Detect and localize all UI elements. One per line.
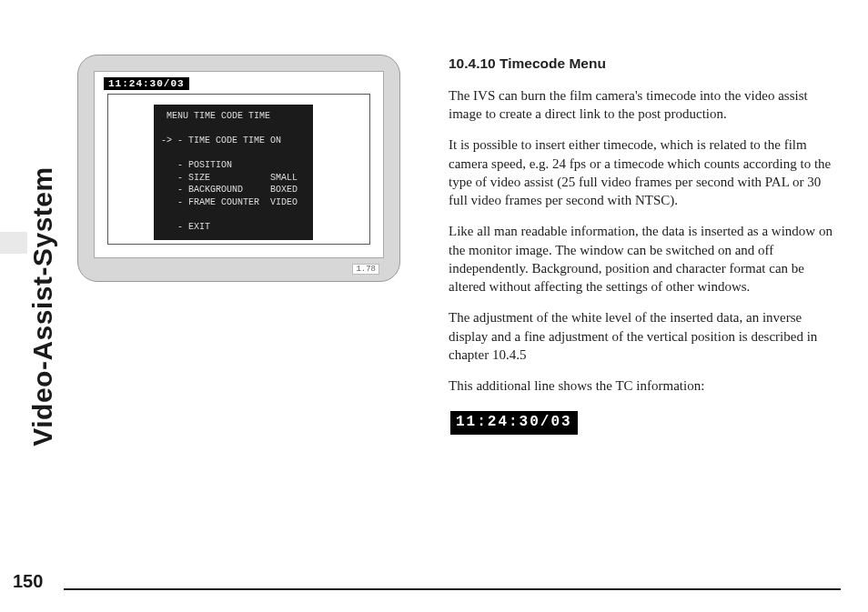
paragraph: Like all man readable information, the d… xyxy=(449,222,836,296)
monitor-frame: 11:24:30/03 MENU TIME CODE TIME -> - TIM… xyxy=(77,55,400,282)
figure-column: 11:24:30/03 MENU TIME CODE TIME -> - TIM… xyxy=(77,55,412,557)
monitor-screen: 11:24:30/03 MENU TIME CODE TIME -> - TIM… xyxy=(94,71,384,258)
footer-rule xyxy=(64,588,841,590)
section-heading: 10.4.10 Timecode Menu xyxy=(449,55,836,74)
menu-row-position: - POSITION xyxy=(161,160,232,170)
menu-title: MENU TIME CODE TIME xyxy=(161,111,270,121)
timecode-overlay: 11:24:30/03 xyxy=(104,77,189,90)
paragraph: The IVS can burn the film camera's timec… xyxy=(449,86,836,124)
osd-menu-panel: MENU TIME CODE TIME -> - TIME CODE TIME … xyxy=(154,105,313,240)
paragraph: The adjustment of the white level of the… xyxy=(449,308,836,364)
page-content: 11:24:30/03 MENU TIME CODE TIME -> - TIM… xyxy=(77,55,836,557)
menu-row-timecode: -> - TIME CODE TIME ON xyxy=(161,135,281,145)
menu-row-exit: - EXIT xyxy=(161,222,210,232)
timecode-example: 11:24:30/03 xyxy=(450,411,578,435)
menu-row-background: - BACKGROUND BOXED xyxy=(161,185,298,195)
safe-area-frame: MENU TIME CODE TIME -> - TIME CODE TIME … xyxy=(107,94,370,245)
side-tab-notch xyxy=(0,232,27,254)
page-number: 150 xyxy=(13,571,43,592)
side-tab-label: Video-Assist-System xyxy=(27,166,58,446)
menu-row-size: - SIZE SMALL xyxy=(161,173,298,183)
paragraph: This additional line shows the TC inform… xyxy=(449,376,836,395)
side-tab: Video-Assist-System xyxy=(27,0,58,612)
menu-row-framectr: - FRAME COUNTER VIDEO xyxy=(161,197,298,207)
paragraph: It is possible to insert either timecode… xyxy=(449,135,836,209)
text-column: 10.4.10 Timecode Menu The IVS can burn t… xyxy=(449,55,836,557)
firmware-version: 1.78 xyxy=(352,264,379,275)
